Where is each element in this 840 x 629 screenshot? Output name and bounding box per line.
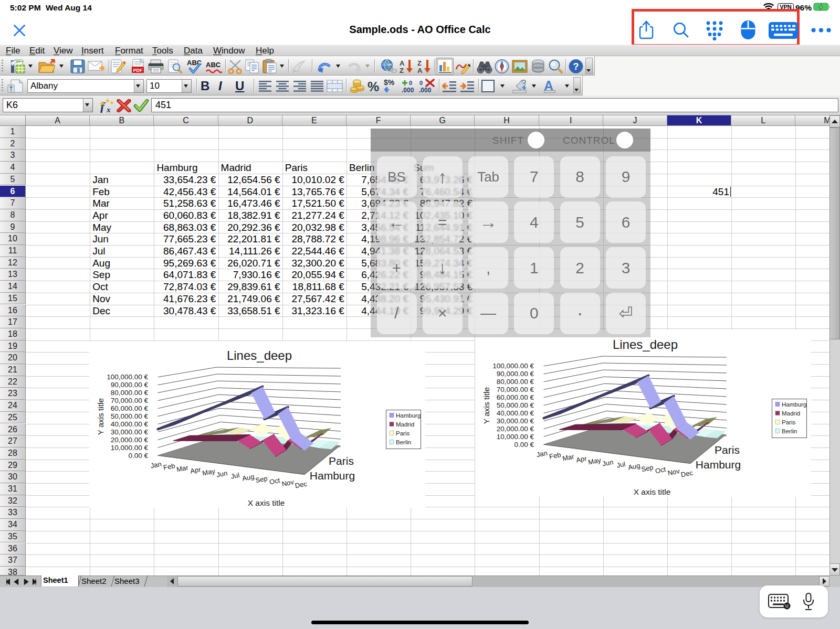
svg-text:$%: $% — [384, 79, 395, 87]
svg-text:Paris: Paris — [329, 455, 354, 467]
svg-text:Sep: Sep — [255, 474, 268, 484]
svg-text:Dec: Dec — [294, 479, 308, 489]
svg-text:Jun: Jun — [602, 458, 614, 468]
svg-text:10,000.00 €: 10,000.00 € — [497, 433, 534, 441]
svg-text:Jul: Jul — [230, 471, 240, 481]
svg-text:PDF: PDF — [133, 68, 143, 73]
svg-text:May: May — [587, 456, 602, 466]
svg-text:Madrid: Madrid — [782, 410, 800, 417]
svg-text:Hamburg: Hamburg — [396, 412, 421, 419]
svg-text:A: A — [417, 67, 423, 74]
svg-text:50,000.00 €: 50,000.00 € — [111, 412, 149, 420]
svg-text:80,000.00 €: 80,000.00 € — [111, 389, 149, 397]
svg-text:Berlin: Berlin — [782, 428, 797, 434]
svg-text:Aug: Aug — [242, 473, 255, 483]
svg-text:Jul: Jul — [616, 460, 626, 470]
svg-text:.000: .000 — [402, 87, 414, 93]
svg-text:A: A — [400, 59, 405, 67]
svg-text:10,000.00 €: 10,000.00 € — [111, 444, 149, 452]
svg-text:Nov: Nov — [281, 478, 295, 488]
svg-text:Madrid: Madrid — [396, 421, 414, 428]
svg-text:X axis title: X axis title — [634, 487, 671, 496]
svg-text:Lines_deep: Lines_deep — [613, 337, 678, 351]
svg-text:Z: Z — [417, 59, 422, 67]
svg-text:Y axis title: Y axis title — [482, 387, 491, 424]
svg-text:Oct: Oct — [655, 465, 667, 475]
svg-text:Hamburg: Hamburg — [696, 459, 741, 471]
svg-text:30,000.00 €: 30,000.00 € — [111, 428, 149, 436]
svg-text:ABC: ABC — [206, 61, 221, 69]
svg-text:70,000.00 €: 70,000.00 € — [111, 397, 149, 404]
svg-text:Z: Z — [400, 67, 404, 74]
svg-text:80,000.00 €: 80,000.00 € — [497, 378, 534, 386]
svg-text:Y axis title: Y axis title — [96, 398, 105, 435]
svg-text:Apr: Apr — [575, 454, 587, 464]
svg-text:0: 0 — [409, 80, 412, 86]
svg-text:100,000.00 €: 100,000.00 € — [107, 373, 148, 381]
svg-text:Apr: Apr — [190, 465, 202, 475]
svg-text:60,000.00 €: 60,000.00 € — [111, 404, 149, 412]
svg-text:Hamburg: Hamburg — [310, 470, 355, 482]
svg-text:Mar: Mar — [176, 463, 189, 473]
svg-text:Oct: Oct — [269, 476, 281, 486]
svg-text:0.00 €: 0.00 € — [128, 452, 148, 460]
svg-text:?: ? — [573, 61, 579, 72]
svg-text:90,000.00 €: 90,000.00 € — [111, 381, 149, 389]
svg-text:Jun: Jun — [216, 469, 228, 479]
svg-text:x: x — [106, 105, 111, 113]
svg-text:Paris: Paris — [396, 430, 410, 436]
svg-text:100,000.00 €: 100,000.00 € — [492, 362, 534, 370]
svg-text:20,000.00 €: 20,000.00 € — [497, 425, 534, 433]
svg-text:Paris: Paris — [782, 419, 795, 425]
svg-text:70,000.00 €: 70,000.00 € — [497, 386, 534, 393]
svg-text:40,000.00 €: 40,000.00 € — [497, 409, 534, 417]
svg-text:f: f — [100, 100, 106, 113]
svg-text:Feb: Feb — [549, 451, 562, 461]
svg-text:30,000.00 €: 30,000.00 € — [497, 417, 534, 425]
svg-text:Aug: Aug — [627, 462, 641, 472]
svg-text:Berlin: Berlin — [396, 439, 411, 445]
svg-text:50,000.00 €: 50,000.00 € — [497, 401, 534, 409]
svg-text:Jan: Jan — [150, 460, 162, 470]
svg-text:.000: .000 — [419, 87, 432, 93]
svg-text:Feb: Feb — [163, 462, 176, 472]
svg-text:0.00 €: 0.00 € — [514, 441, 534, 449]
svg-text:0: 0 — [419, 80, 423, 86]
svg-text:Nov: Nov — [667, 467, 680, 477]
svg-text:X axis title: X axis title — [248, 498, 285, 507]
svg-text:Lines_deep: Lines_deep — [227, 348, 292, 363]
svg-text:Jan: Jan — [536, 449, 548, 459]
svg-text:Dec: Dec — [680, 468, 694, 478]
svg-text:90,000.00 €: 90,000.00 € — [497, 370, 534, 378]
svg-text:20,000.00 €: 20,000.00 € — [111, 436, 149, 444]
svg-text:40,000.00 €: 40,000.00 € — [111, 420, 149, 428]
svg-text:60,000.00 €: 60,000.00 € — [497, 393, 534, 401]
svg-text:Sep: Sep — [640, 463, 654, 473]
svg-text:May: May — [202, 467, 216, 477]
svg-text:Paris: Paris — [715, 444, 740, 456]
svg-text:Hamburg: Hamburg — [782, 401, 806, 408]
svg-text:Mar: Mar — [562, 452, 575, 462]
